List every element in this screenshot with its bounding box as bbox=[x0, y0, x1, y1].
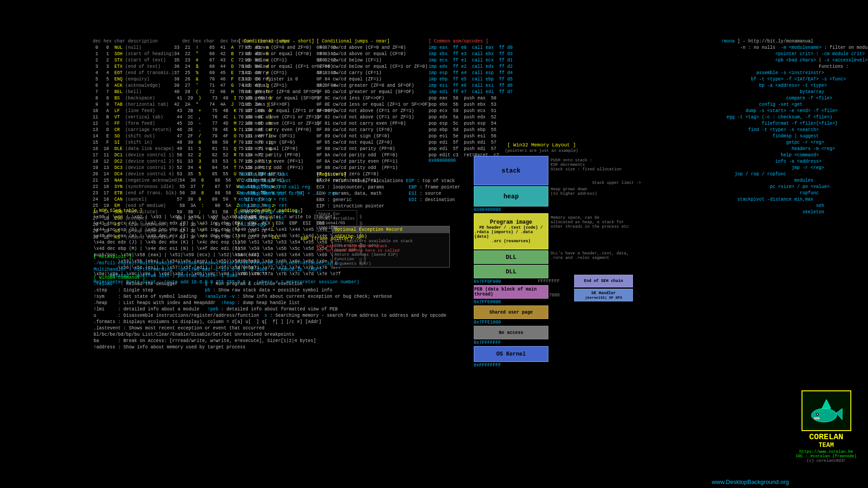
vertical-stack-label: All callee save regs on stack bbox=[359, 210, 367, 264]
registers-section: [Registers] EAX : return value, calculat… bbox=[316, 172, 429, 210]
program-image-sub3: .src (resources) bbox=[491, 239, 530, 244]
program-image-label: Program image bbox=[490, 219, 533, 225]
dll2-row: DLL bbox=[474, 265, 548, 278]
program-image-note: Memory space, can beallocated as heap, a… bbox=[551, 216, 641, 229]
addr-0x00000000: 0x00000000 bbox=[429, 158, 456, 163]
memory-layout-subtitle: (pointers are just an example) bbox=[429, 149, 655, 153]
svg-marker-2 bbox=[836, 408, 842, 420]
svg-point-4 bbox=[816, 414, 818, 415]
win32-memory-layout: [ Win32 Memory Layout ] (pointers are ju… bbox=[429, 142, 655, 369]
cond-jumps-near: [ Conditional jumps - near] 0F 87 cw/cd … bbox=[316, 38, 425, 184]
stack-block: stack bbox=[474, 156, 548, 185]
memory-blocks: 0x00000000 PUSH onto stack :ESP decremen… bbox=[474, 156, 548, 368]
kernel-row: OS Kernel bbox=[474, 346, 548, 362]
dll1-row: DLL's have a header,.text, data,.rore an… bbox=[474, 250, 548, 264]
dll1-block: DLL bbox=[474, 250, 548, 264]
seh-block-2: SE Handler (kernel32) XP SP3 bbox=[574, 289, 633, 301]
addr-0x7FFDF000: 0x7FFDF000 bbox=[474, 279, 548, 284]
kernel-block: OS Kernel bbox=[474, 346, 548, 362]
stack-upper-limit: Stack upper limit -> bbox=[592, 181, 641, 185]
program-image-sub: PE header / .text (code) / bbox=[479, 225, 542, 230]
corelan-team-suffix: TEAM bbox=[791, 441, 861, 449]
corelan-website: https://www.corelan.be bbox=[791, 450, 861, 454]
shark-icon bbox=[808, 395, 844, 427]
seh-label-3: (kernel32) XP SP3 bbox=[585, 296, 622, 300]
noaccess-block: No access bbox=[474, 326, 548, 339]
seh-row-1: FFFFFFFF End of SEH chain bbox=[538, 275, 669, 287]
seh-addr-1: FFFFFFFF bbox=[538, 279, 574, 284]
addr-0x7FFFFFFF: 0x7FFFFFFF bbox=[474, 340, 548, 345]
seh-chain-section: FFFFFFFF End of SEH chain 7CB17080 SE Ha… bbox=[538, 273, 669, 303]
stack-mem-row: PUSH onto stack :ESP decrementsStack siz… bbox=[474, 156, 548, 185]
main-container: dec hex char description dec hex char de… bbox=[0, 0, 868, 488]
shark-box bbox=[802, 390, 851, 431]
peb-row: PEB (data block of main thread) bbox=[474, 285, 548, 299]
program-image-sub2: .rdata (imports) / .data (data) bbox=[474, 230, 548, 239]
stack-note: PUSH onto stack :ESP decrementsStack siz… bbox=[551, 158, 641, 172]
addr-0xFFFFFFFF: 0xFFFFFFFF bbox=[474, 363, 548, 368]
mona-section: !mona ] - http://bit.ly/monamanual -n : … bbox=[721, 38, 866, 216]
seh-addr-2: 7CB17080 bbox=[538, 293, 574, 298]
heap-mem-row: Heap grows down(to higher address) heap bbox=[474, 186, 548, 206]
shared-block: Shared user page bbox=[474, 305, 548, 319]
watermark: www.DesktopBackground.org bbox=[712, 479, 789, 485]
seh-block-1: End of SEH chain bbox=[574, 275, 633, 287]
addr-0x7FFE0000: 0x7FFE0000 bbox=[474, 300, 548, 305]
addr-0x00400000: 0x00400000 bbox=[474, 207, 548, 212]
rop-stack-pivot: %d esp,offset_test 74 esp Stack Pivot mo… bbox=[240, 172, 314, 197]
dll-note: DLL's have a header,.text, data,.rore an… bbox=[551, 251, 641, 260]
peb-block: PEB (data block of main thread) bbox=[474, 285, 548, 299]
heap-note: Heap grows down(to higher address) bbox=[551, 187, 641, 196]
memory-layout-title: [ Win32 Memory Layout ] bbox=[429, 142, 655, 148]
dll2-block: DLL bbox=[474, 265, 548, 278]
cond-jumps-short: [ Conditional jumps - short] 77 cb above… bbox=[238, 38, 324, 228]
asm-opcodes: [ Common asm/opcodes ] imp eax ff e0 cal… bbox=[429, 38, 524, 159]
noaccess-row: No access bbox=[474, 326, 548, 339]
svg-marker-1 bbox=[822, 399, 831, 408]
corelan-copyright: (c) corelanc0d3r bbox=[791, 459, 861, 463]
corelan-irc: IRC : #corelan (freenode) bbox=[791, 454, 861, 459]
corelan-logo-area: CORELAN TEAM https://www.corelan.be IRC … bbox=[791, 390, 861, 463]
program-image-block: Program image PE header / .text (code) /… bbox=[474, 213, 548, 249]
local-vars-note: Space forlocal VariablesOptional/OSspeci… bbox=[316, 210, 357, 232]
shared-row: Shared user page bbox=[474, 305, 548, 319]
seh-label-2: SE Handler bbox=[591, 291, 616, 296]
heap-block: heap bbox=[474, 186, 548, 206]
program-image-row: Memory space, can beallocated as heap, a… bbox=[474, 213, 548, 249]
windbg-section: [ WinDBG commands ] .reload : Reload the… bbox=[94, 275, 324, 351]
corelan-team-label: CORELAN bbox=[791, 432, 861, 441]
ebp-frame-pointer: EBP (frame pointer)--> bbox=[301, 236, 360, 241]
svg-point-0 bbox=[811, 408, 837, 422]
gpu-note: GPU adds ret address on stackPut on stac… bbox=[316, 244, 400, 253]
seh-row-2: 7CB17080 SE Handler (kernel32) XP SP3 bbox=[538, 289, 669, 301]
addr-0x7FFE1000: 0x7FFE1000 bbox=[474, 320, 548, 325]
